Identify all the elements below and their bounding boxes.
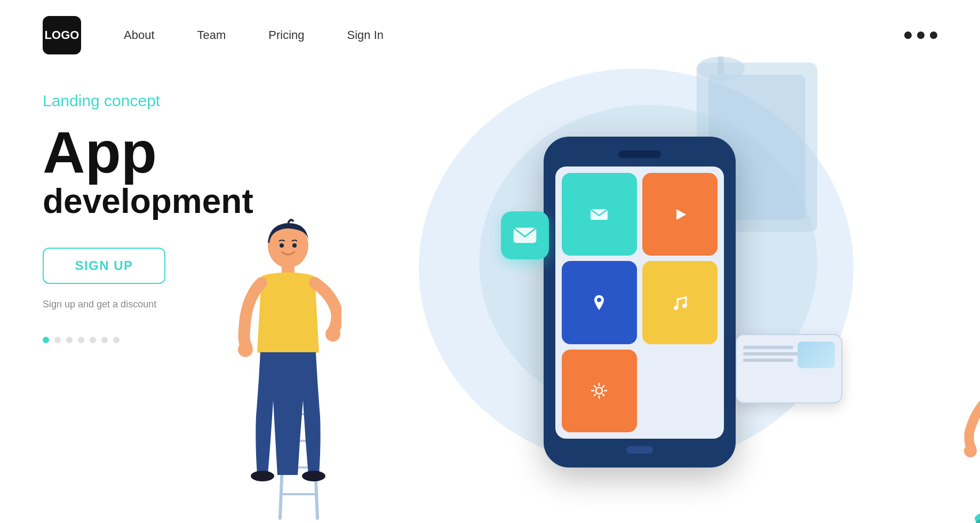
dot-6[interactable] <box>101 337 108 343</box>
app-icon-empty <box>642 350 718 432</box>
smartphone <box>544 137 736 467</box>
hero-tagline: Landing concept <box>43 92 256 110</box>
svg-point-11 <box>682 304 687 308</box>
svg-point-9 <box>597 298 601 302</box>
main-content: Landing concept App development SIGN UP … <box>0 70 980 523</box>
logo[interactable]: LO GO <box>43 16 81 54</box>
svg-point-23 <box>964 445 977 457</box>
tablet-image <box>798 342 835 368</box>
navigation: About Team Pricing Sign In <box>124 28 384 42</box>
dot-4[interactable] <box>78 337 84 343</box>
dot-1 <box>904 31 912 39</box>
svg-point-18 <box>302 471 325 481</box>
dot-5[interactable] <box>90 337 96 343</box>
headline-app: App <box>43 123 256 181</box>
header: LO GO About Team Pricing Sign In <box>0 0 980 70</box>
hero-illustration <box>299 70 980 523</box>
dot-3 <box>930 31 937 39</box>
dot-3[interactable] <box>66 337 73 343</box>
phone-home-button[interactable] <box>626 446 653 454</box>
hero-headline: App development <box>43 123 256 248</box>
phone-notch <box>618 150 661 158</box>
dot-2 <box>917 31 925 39</box>
dot-active[interactable] <box>43 337 49 343</box>
carousel-dots <box>43 337 256 343</box>
nav-pricing[interactable]: Pricing <box>268 28 304 42</box>
tablet-line-3 <box>743 359 794 362</box>
app-icon-settings[interactable] <box>562 350 637 432</box>
svg-marker-8 <box>676 209 686 220</box>
header-more-menu[interactable] <box>904 31 937 39</box>
app-icon-music[interactable] <box>642 261 718 344</box>
svg-point-10 <box>674 306 678 310</box>
person-woman-illustration <box>959 336 980 523</box>
nav-about[interactable]: About <box>124 28 155 42</box>
svg-point-15 <box>325 327 340 342</box>
phone-screen <box>555 167 724 439</box>
floating-tablet <box>736 334 842 403</box>
signup-button[interactable]: SIGN UP <box>43 248 165 284</box>
floating-email-icon <box>501 211 549 259</box>
app-icon-mail[interactable] <box>562 173 637 256</box>
logo-line2: GO <box>61 29 79 42</box>
svg-point-12 <box>596 387 602 394</box>
logo-line1: LO <box>45 29 61 42</box>
app-icon-video[interactable] <box>642 173 718 256</box>
nav-team[interactable]: Team <box>197 28 226 42</box>
tablet-line-1 <box>743 346 794 349</box>
app-icon-location[interactable] <box>562 261 637 344</box>
headline-dev: development <box>43 181 256 221</box>
signup-note: Sign up and get a discount <box>43 299 256 310</box>
hero-left: Landing concept App development SIGN UP … <box>0 70 299 523</box>
nav-signin[interactable]: Sign In <box>347 28 384 42</box>
dot-7[interactable] <box>113 337 119 343</box>
phone-mockup <box>544 137 736 467</box>
dot-2[interactable] <box>54 337 61 343</box>
